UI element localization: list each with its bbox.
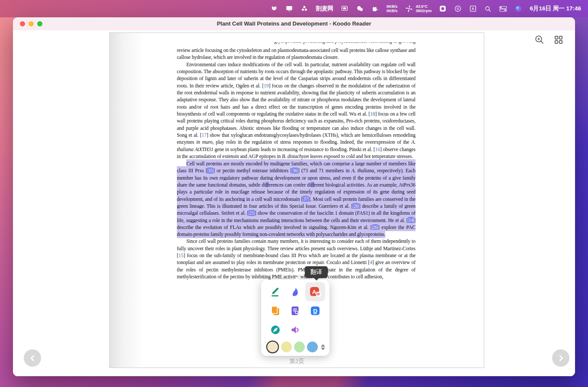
triple-circles-icon[interactable] [300, 5, 308, 13]
copy-icon[interactable] [265, 301, 285, 320]
brush-icon[interactable] [285, 282, 305, 301]
svg-text:中: 中 [316, 292, 320, 296]
citation-ref[interactable]: 19 [264, 83, 269, 89]
selected-paragraph: Cell wall proteins are mostly encoded by… [177, 160, 415, 238]
koodo-reader-window: Plant Cell Wall Proteins and Development… [13, 17, 575, 376]
citation-ref[interactable]: 14 [408, 217, 414, 223]
menu-bar-label[interactable]: 0KB/s0KB/s [387, 4, 398, 13]
prev-page-button[interactable] [24, 349, 41, 367]
search-document-icon[interactable] [285, 301, 305, 320]
citation-ref[interactable]: 37 [303, 196, 309, 202]
swatch-expand-icon[interactable] [321, 344, 326, 350]
color-swatch-3[interactable] [294, 342, 305, 352]
text-span: A. thaliana [352, 168, 374, 174]
citation-ref[interactable]: 35 [207, 168, 213, 174]
cat-head-icon[interactable] [270, 5, 278, 13]
citation-ref[interactable]: 4 [370, 259, 372, 265]
menu-bar-status-items: 割麦网0KB/s0KB/s43.5°C3602rpmA6月16日 周一 17:4… [270, 4, 581, 13]
paragraph: review article focusing on the cytoskele… [177, 47, 415, 61]
color-swatch-4[interactable] [307, 342, 318, 352]
text-span: ff [265, 182, 268, 188]
text-span: B. distachyon [282, 153, 309, 159]
annotation-popup: A中D [261, 280, 329, 356]
document-text: review article focusing on the cytoskele… [177, 47, 415, 280]
desktop-wallpaper: 割麦网0KB/s0KB/s43.5°C3602rpmA6月16日 周一 17:4… [0, 0, 588, 387]
svg-text:A: A [472, 7, 474, 11]
text-selection: Cell wall proteins are mostly encoded by… [177, 159, 415, 238]
annotation-tool-grid: A中D [261, 280, 329, 339]
citation-ref[interactable]: 21 [249, 210, 255, 216]
translate-tooltip-label: 翻译 [310, 269, 322, 275]
fan-icon[interactable]: 43.5°C3602rpm [405, 4, 431, 13]
browser-icon[interactable] [265, 320, 285, 339]
input-source-icon[interactable]: A [469, 5, 477, 13]
citation-ref[interactable]: 18 [370, 111, 375, 117]
clipped-text-line: glycoproteins processing and polysacchar… [274, 42, 417, 46]
photos-icon[interactable] [439, 5, 447, 13]
siri-icon[interactable] [514, 5, 522, 13]
black-cat-icon[interactable] [371, 5, 379, 13]
menu-bar-clock[interactable]: 6月16日 周一 17:46 [530, 5, 581, 13]
next-page-button[interactable] [552, 349, 569, 367]
page-indicator: 第2页 [110, 358, 484, 365]
translate-tooltip: 翻译 [305, 266, 328, 278]
control-center-icon[interactable] [499, 5, 507, 13]
color-swatch-1[interactable] [267, 342, 278, 352]
reader-toolbar [534, 35, 563, 46]
sync-icon[interactable] [454, 5, 462, 13]
citation-ref[interactable]: 36 [292, 168, 298, 174]
highlight-color-swatches [266, 342, 326, 352]
translate-icon[interactable]: A中 [305, 282, 325, 301]
paragraph: Environmental cues induce modifications … [177, 61, 415, 160]
display-icon[interactable] [285, 5, 293, 13]
color-swatch-2[interactable] [281, 342, 292, 352]
reader-content: glycoproteins processing and polysacchar… [13, 30, 575, 376]
highlight-pen-icon[interactable] [265, 282, 285, 301]
wechat-icon[interactable] [356, 5, 364, 13]
citation-ref[interactable]: 15 [179, 252, 184, 258]
svg-text:A: A [312, 288, 316, 295]
text-span: AtXTH31 [195, 146, 214, 152]
svg-text:D: D [313, 308, 317, 314]
search-icon[interactable] [484, 5, 492, 13]
dictionary-icon[interactable]: D [305, 301, 325, 320]
paragraph: Since cell wall proteins families contai… [177, 238, 415, 280]
speak-aloud-icon[interactable] [285, 320, 305, 339]
screen-mirroring-icon[interactable] [341, 5, 348, 13]
zoom-in-icon[interactable] [534, 35, 544, 46]
text-span: ff [311, 182, 314, 188]
text-span: in muro [196, 139, 212, 145]
citation-ref[interactable]: 20 [353, 203, 359, 209]
window-title: Plant Cell Wall Proteins and Development… [13, 17, 575, 30]
grid-view-icon[interactable] [554, 35, 563, 46]
citation-ref[interactable]: 17 [201, 132, 207, 138]
menu-bar-label[interactable]: 割麦网 [316, 5, 333, 13]
citation-ref[interactable]: 26 [372, 224, 378, 230]
menu-bar: 割麦网0KB/s0KB/s43.5°C3602rpmA6月16日 周一 17:4… [0, 0, 588, 17]
citation-ref[interactable]: 16 [375, 146, 380, 152]
window-titlebar: Plant Cell Wall Proteins and Development… [13, 17, 575, 31]
